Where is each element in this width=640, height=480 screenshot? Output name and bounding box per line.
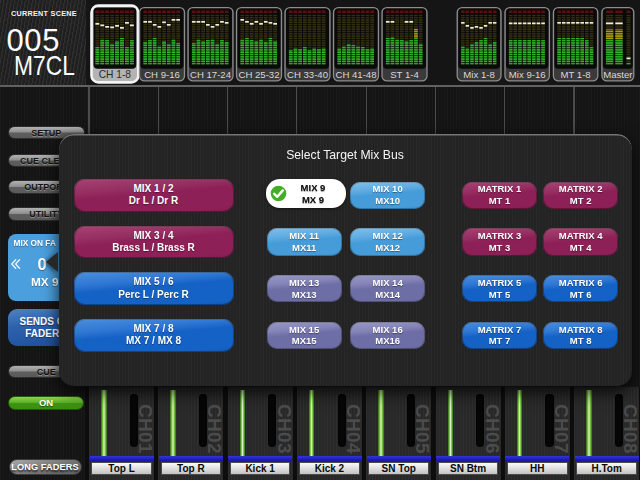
svg-text:CH 17-24: CH 17-24: [190, 69, 232, 80]
svg-text:ST 1-4: ST 1-4: [390, 69, 419, 80]
svg-text:Master: Master: [603, 69, 633, 80]
svg-text:MT 1-8: MT 1-8: [560, 69, 590, 80]
svg-text:Mix 9-16: Mix 9-16: [509, 69, 546, 80]
svg-text:CH 25-32: CH 25-32: [238, 69, 279, 80]
svg-text:CH 41-48: CH 41-48: [335, 69, 376, 80]
svg-text:CH 9-16: CH 9-16: [144, 69, 180, 80]
svg-text:CH 1-8: CH 1-8: [99, 69, 132, 80]
svg-text:Mix 1-8: Mix 1-8: [463, 69, 494, 80]
svg-text:CH 33-40: CH 33-40: [287, 69, 328, 80]
